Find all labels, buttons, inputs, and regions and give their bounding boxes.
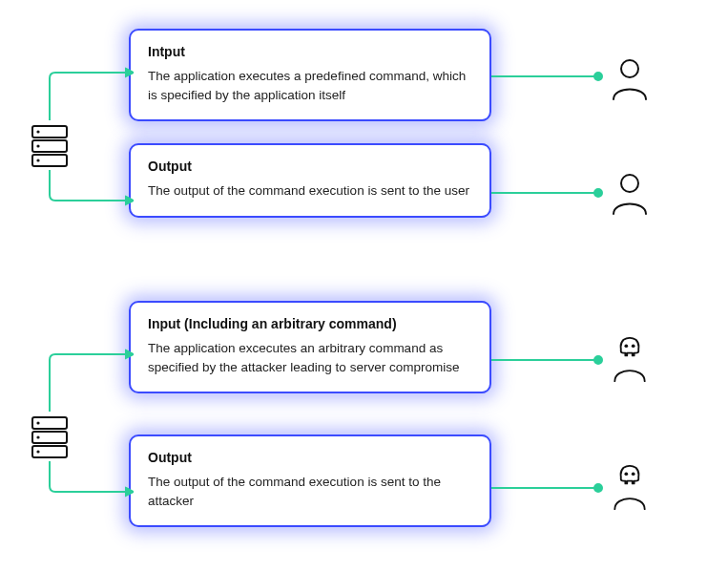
output-title: Output xyxy=(148,159,472,174)
svg-point-11 xyxy=(594,73,602,80)
input-card-attack: Input (Including an arbitrary command) T… xyxy=(129,301,491,393)
user-icon xyxy=(609,170,651,216)
server-icon xyxy=(31,415,69,459)
input-title: Intput xyxy=(148,44,472,59)
attack-flow-group: Input (Including an arbitrary command) T… xyxy=(0,301,728,549)
attacker-icon xyxy=(609,337,651,383)
attacker-icon xyxy=(609,465,651,511)
output-title-attack: Output xyxy=(148,450,472,465)
output-card: Output The output of the command executi… xyxy=(129,143,491,218)
arrow-server-to-input-attack xyxy=(38,349,134,421)
output-body-attack: The output of the command execution is s… xyxy=(148,473,472,510)
normal-flow-group: Intput The application executes a predef… xyxy=(0,29,728,258)
arrow-input-to-user xyxy=(491,67,604,86)
input-title-attack: Input (Including an arbitrary command) xyxy=(148,316,472,331)
svg-point-13 xyxy=(594,189,602,197)
arrow-server-to-output-attack xyxy=(38,461,134,499)
svg-point-17 xyxy=(36,421,39,424)
svg-point-20 xyxy=(624,344,628,348)
arrow-output-to-attacker xyxy=(491,478,604,498)
output-body: The output of the command execution is s… xyxy=(148,181,472,201)
svg-point-23 xyxy=(632,472,635,476)
svg-marker-25 xyxy=(126,488,134,496)
svg-point-27 xyxy=(594,356,602,364)
svg-point-6 xyxy=(621,60,638,77)
input-card: Intput The application executes a predef… xyxy=(129,29,491,121)
svg-point-19 xyxy=(36,450,39,453)
svg-marker-24 xyxy=(126,350,134,358)
arrow-server-to-output xyxy=(38,170,134,208)
svg-point-29 xyxy=(594,484,602,492)
output-card-attack: Output The output of the command executi… xyxy=(129,434,491,527)
svg-point-7 xyxy=(621,175,638,192)
svg-marker-8 xyxy=(126,69,134,76)
arrow-input-to-attacker xyxy=(491,350,604,370)
arrow-server-to-input xyxy=(38,67,134,134)
input-body-attack: The application excecutes an arbitrary c… xyxy=(148,339,472,376)
svg-point-21 xyxy=(632,344,635,348)
svg-point-5 xyxy=(36,159,39,161)
svg-point-18 xyxy=(36,435,39,438)
svg-point-4 xyxy=(36,144,39,147)
svg-point-22 xyxy=(624,472,628,476)
svg-marker-9 xyxy=(126,197,134,204)
arrow-output-to-user xyxy=(491,183,604,202)
user-icon xyxy=(609,55,651,101)
input-body: The application executes a predefined co… xyxy=(148,67,472,104)
